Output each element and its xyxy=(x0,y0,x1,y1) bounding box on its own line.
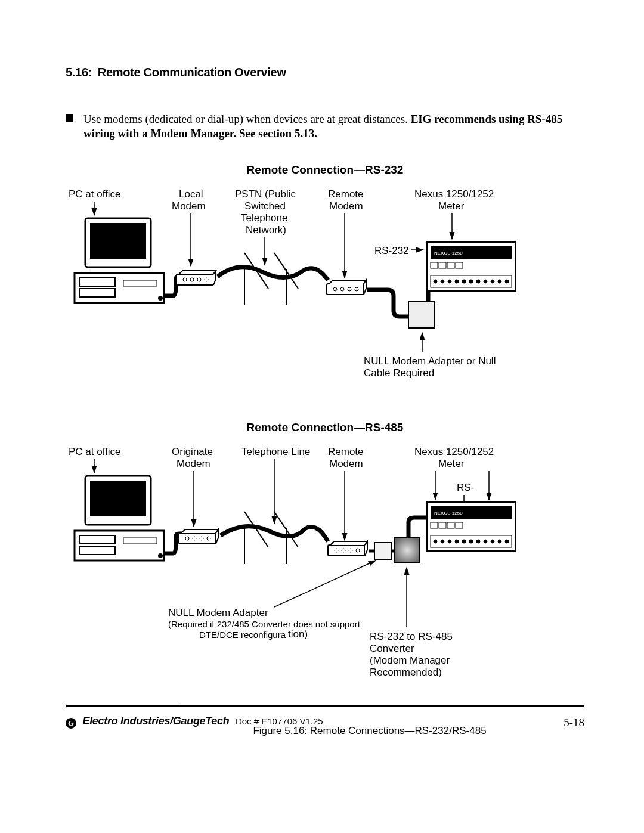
svg-point-64 xyxy=(200,537,203,540)
svg-point-35 xyxy=(434,280,437,283)
converter-icon xyxy=(395,538,420,563)
svg-point-16 xyxy=(197,278,201,281)
svg-point-90 xyxy=(469,540,473,543)
svg-point-44 xyxy=(498,280,501,283)
svg-point-86 xyxy=(441,540,444,543)
diagram2-svg: NEXUS 1250 xyxy=(66,440,584,714)
svg-point-91 xyxy=(476,540,480,543)
svg-point-73 xyxy=(349,549,352,552)
bullet-icon xyxy=(66,114,73,122)
svg-line-96 xyxy=(274,561,376,607)
diagram1-svg: NEXUS 1250 xyxy=(66,182,584,403)
svg-point-72 xyxy=(342,549,345,552)
svg-point-40 xyxy=(469,280,473,283)
section-heading: 5.16: Remote Communication Overview xyxy=(66,66,584,79)
svg-rect-7 xyxy=(90,223,146,259)
page-footer: G Electro Industries/GaugeTech Doc # E10… xyxy=(66,713,584,729)
diagram1-title: Remote Connection—RS-232 xyxy=(66,163,584,176)
svg-text:NEXUS 1250: NEXUS 1250 xyxy=(434,250,463,256)
local-modem-icon xyxy=(177,271,216,285)
svg-point-24 xyxy=(340,287,344,291)
nexus-meter-icon: NEXUS 1250 xyxy=(427,242,515,291)
svg-point-92 xyxy=(484,540,487,543)
svg-rect-82 xyxy=(447,522,454,528)
svg-point-25 xyxy=(348,287,351,291)
svg-point-39 xyxy=(462,280,466,283)
diagram2-stage: PC at office Originate Modem Telephone L… xyxy=(66,440,584,714)
svg-point-36 xyxy=(441,280,444,283)
svg-point-74 xyxy=(356,549,360,552)
svg-rect-31 xyxy=(439,262,446,268)
svg-point-71 xyxy=(335,549,338,552)
svg-text:NEXUS 1250: NEXUS 1250 xyxy=(434,510,463,516)
diagram1-stage: PC at office Local Modem PSTN (Public Sw… xyxy=(66,182,584,403)
footer-company: Electro Industries/GaugeTech xyxy=(82,715,229,727)
svg-point-45 xyxy=(505,280,509,283)
svg-point-65 xyxy=(207,537,210,540)
null-adapter-icon xyxy=(408,302,435,328)
pc-icon xyxy=(75,218,164,303)
svg-point-60 xyxy=(158,553,163,558)
svg-point-41 xyxy=(476,280,480,283)
svg-point-93 xyxy=(491,540,494,543)
section-number: 5.16: xyxy=(66,66,92,79)
svg-rect-10 xyxy=(79,289,115,297)
svg-rect-9 xyxy=(79,278,115,286)
svg-rect-55 xyxy=(90,481,146,516)
caption-rule xyxy=(179,704,584,704)
svg-point-12 xyxy=(158,296,163,301)
svg-point-63 xyxy=(193,537,196,540)
svg-point-88 xyxy=(455,540,459,543)
svg-point-14 xyxy=(183,278,187,281)
svg-point-95 xyxy=(505,540,509,543)
svg-rect-81 xyxy=(439,522,446,528)
svg-rect-57 xyxy=(79,535,115,544)
null-adapter2-icon xyxy=(374,543,391,559)
page-number: 5-18 xyxy=(564,716,584,729)
svg-rect-83 xyxy=(456,522,463,528)
svg-rect-59 xyxy=(123,538,157,544)
svg-point-26 xyxy=(355,287,358,291)
svg-rect-80 xyxy=(431,522,438,528)
svg-point-37 xyxy=(448,280,451,283)
svg-rect-11 xyxy=(123,280,157,286)
svg-point-38 xyxy=(455,280,459,283)
body-regular-text: Use modems (dedicated or dial-up) when d… xyxy=(83,113,411,125)
svg-rect-32 xyxy=(447,262,454,268)
svg-point-62 xyxy=(185,537,189,540)
svg-point-17 xyxy=(205,278,208,281)
svg-point-23 xyxy=(333,287,337,291)
svg-point-94 xyxy=(498,540,501,543)
remote-modem-icon xyxy=(327,280,366,295)
svg-rect-30 xyxy=(431,262,438,268)
diagram2-title: Remote Connection—RS-485 xyxy=(66,421,584,434)
footer-doc: Doc # E107706 V1.25 xyxy=(236,716,323,726)
section-title-value: Remote Communication Overview xyxy=(98,66,286,79)
svg-point-15 xyxy=(190,278,194,281)
svg-point-43 xyxy=(491,280,494,283)
svg-point-42 xyxy=(484,280,487,283)
svg-rect-33 xyxy=(456,262,463,268)
svg-point-87 xyxy=(448,540,451,543)
brand-logo-icon: G xyxy=(66,718,76,729)
svg-rect-58 xyxy=(79,546,115,555)
svg-point-89 xyxy=(462,540,466,543)
body-paragraph: Use modems (dedicated or dial-up) when d… xyxy=(66,112,584,141)
footer-rule xyxy=(66,705,584,707)
svg-point-85 xyxy=(434,540,437,543)
